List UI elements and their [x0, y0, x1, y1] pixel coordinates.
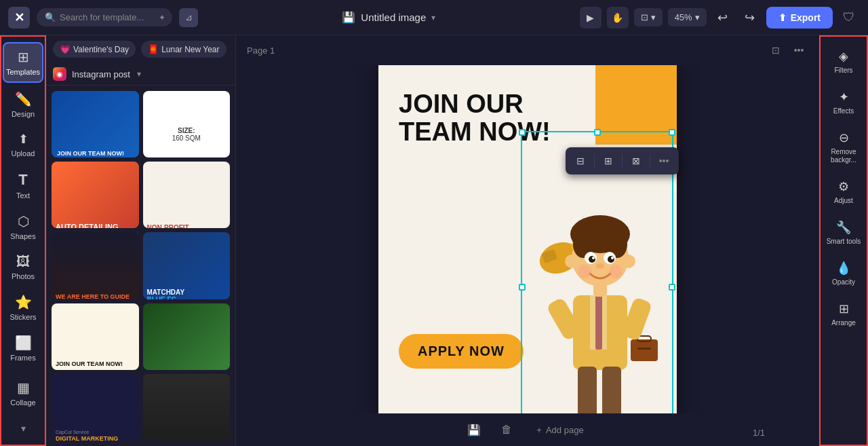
svg-point-27	[578, 265, 591, 278]
filter-icon-top[interactable]: ⊿	[179, 8, 198, 27]
magic-wand-icon: ✦	[159, 13, 165, 22]
ft-more-btn[interactable]: •••	[654, 151, 673, 170]
template-card-9[interactable]: CapCut Service DIGITAL MARKETING AGENCY …	[52, 374, 139, 441]
sidebar-item-frames[interactable]: ⬜ Frames	[3, 329, 43, 367]
sidebar-item-collage[interactable]: ▦ Collage	[3, 374, 43, 412]
canvas-more-btn[interactable]: •••	[789, 41, 808, 60]
template-card-8[interactable]: CAR SPORT GREEN 50%OFF	[143, 303, 231, 370]
svg-point-22	[589, 256, 595, 263]
topbar: ✕ 🔍 ✦ ⊿ 💾 Untitled image ▾ ▶ ✋ ⊡ ▾ 45% ▾…	[0, 0, 868, 35]
file-title[interactable]: Untitled image	[361, 12, 426, 23]
sidebar-item-templates[interactable]: ⊞ Templates	[3, 42, 43, 83]
ft-grid-btn[interactable]: ⊞	[599, 151, 618, 170]
sidebar-item-photos[interactable]: 🖼 Photos	[3, 248, 43, 286]
svg-point-24	[592, 257, 595, 259]
shield-icon[interactable]: 🛡	[838, 7, 860, 29]
effects-icon: ✦	[839, 90, 849, 105]
zoom-button[interactable]: 45% ▾	[668, 8, 707, 26]
add-page-icon: +	[536, 425, 542, 435]
sidebar-collapse-button[interactable]: ▾	[12, 417, 34, 439]
panel-header-title: Instagram post	[72, 69, 130, 79]
template-card-3[interactable]: AUTO DETAILING Book a shower BOOK NOW	[52, 162, 139, 228]
view-mode-button[interactable]: ⊡ ▾	[634, 8, 663, 26]
svg-rect-5	[590, 295, 607, 350]
svg-rect-1	[541, 249, 557, 263]
zoom-arrow: ▾	[695, 12, 700, 22]
svg-point-16	[572, 229, 629, 286]
filters-icon: ◈	[839, 49, 848, 64]
svg-rect-14	[621, 297, 653, 341]
svg-rect-3	[573, 295, 627, 370]
play-button[interactable]: ▶	[580, 7, 601, 29]
right-sidebar: ◈ Filters ✦ Effects ⊖ Remove backgr... ⚙…	[819, 35, 868, 446]
panel-header-arrow[interactable]: ▾	[137, 69, 141, 79]
canvas-wrapper[interactable]: JOIN OUR TEAM NOW! APPLY NOW ↻	[236, 65, 819, 413]
floating-toolbar: ⊟ ⊞ ⊠ •••	[566, 147, 679, 174]
svg-point-28	[609, 265, 623, 278]
save-icon[interactable]: 💾	[342, 11, 355, 24]
template-card-7[interactable]: JOIN OUR TEAM NOW! • LEGAL • FINANCE • L…	[52, 303, 139, 370]
rs-filters[interactable]: ◈ Filters	[822, 42, 865, 81]
opacity-icon: 💧	[836, 261, 851, 276]
canvas-title-text[interactable]: JOIN OUR TEAM NOW!	[399, 90, 551, 147]
search-input[interactable]	[60, 12, 155, 22]
ft-divider-3	[650, 154, 650, 168]
canvas-artboard[interactable]: JOIN OUR TEAM NOW! APPLY NOW ↻	[378, 65, 677, 413]
sidebar-item-stickers[interactable]: ⭐ Stickers	[3, 289, 43, 327]
apply-now-button[interactable]: APPLY NOW	[399, 334, 524, 369]
canvas-area: Page 1 ⊡ ••• JOIN OUR TEAM NOW! APPLY NO…	[236, 35, 819, 446]
page-label: Page 1	[247, 45, 275, 56]
design-icon: ✏️	[15, 91, 32, 107]
sidebar-item-shapes[interactable]: ⬡ Shapes	[3, 208, 43, 246]
rs-smart-tools[interactable]: 🔧 Smart tools	[822, 213, 865, 253]
add-page-button[interactable]: + Add page	[528, 421, 591, 439]
canvas-delete-btn[interactable]: 🗑	[496, 419, 517, 441]
template-card-6[interactable]: MATCHDAY BLUE FC vs GREEN FC	[143, 232, 231, 299]
sidebar-item-upload[interactable]: ⬆ Upload	[3, 126, 43, 163]
smart-tools-icon: 🔧	[836, 220, 851, 235]
templates-icon: ⊞	[18, 49, 29, 65]
title-dropdown-arrow[interactable]: ▾	[431, 13, 435, 22]
template-card-5[interactable]: WE ARE HERE TO GUIDE YOU START TRAINING …	[52, 232, 139, 299]
template-card-4[interactable]: NON-PROFIT ORGANIZATION Supporting commu…	[143, 162, 231, 228]
tag-lunar[interactable]: 🧧 Lunar New Year	[141, 41, 226, 58]
rs-effects[interactable]: ✦ Effects	[822, 83, 865, 122]
template-card-2[interactable]: SIZE: 160 SQM	[143, 91, 231, 157]
undo-button[interactable]: ↩	[712, 7, 734, 29]
sidebar-item-design[interactable]: ✏️ Design	[3, 86, 43, 124]
redo-button[interactable]: ↪	[739, 7, 761, 29]
tag-valentine[interactable]: 💗 Valentine's Day	[53, 41, 136, 58]
export-button[interactable]: ⬆ Export	[766, 7, 833, 29]
lunar-emoji: 🧧	[148, 44, 159, 54]
svg-rect-6	[578, 367, 597, 414]
svg-point-23	[608, 256, 614, 263]
handle-mr[interactable]	[669, 284, 675, 291]
sidebar-item-text[interactable]: T Text	[3, 166, 43, 205]
svg-point-0	[535, 237, 583, 279]
rs-opacity[interactable]: 💧 Opacity	[822, 254, 865, 293]
template-card-1[interactable]: JOIN OUR TEAM NOW! • LEGAL • FINANCE • H…	[52, 91, 139, 157]
svg-rect-10	[631, 339, 658, 361]
rs-remove-bg[interactable]: ⊖ Remove backgr...	[822, 124, 865, 171]
topbar-actions: ▶ ✋ ⊡ ▾ 45% ▾ ↩ ↪ ⬆ Export 🛡	[580, 7, 860, 29]
canvas-save-btn[interactable]: 💾	[463, 419, 485, 441]
tag-chips-row: 💗 Valentine's Day 🧧 Lunar New Year	[46, 35, 235, 63]
templates-panel: 💗 Valentine's Day 🧧 Lunar New Year ◉ Ins…	[46, 35, 236, 446]
orange-rectangle[interactable]	[595, 65, 677, 145]
hand-tool-button[interactable]: ✋	[607, 7, 629, 29]
rs-arrange[interactable]: ⊞ Arrange	[822, 295, 865, 334]
main-layout: ⊞ Templates ✏️ Design ⬆ Upload T Text ⬡ …	[0, 35, 868, 446]
selection-box: ↻ ⊟ ⊞ ⊠ •••	[521, 131, 673, 414]
rs-adjust[interactable]: ⚙ Adjust	[822, 172, 865, 212]
svg-rect-15	[593, 275, 607, 297]
expand-canvas-btn[interactable]: ⊡	[766, 41, 785, 60]
remove-bg-icon: ⊖	[839, 130, 849, 145]
logo-button[interactable]: ✕	[8, 7, 30, 29]
template-card-10[interactable]: ALTER NOISE alter sound	[143, 374, 231, 441]
handle-ml[interactable]	[519, 284, 526, 291]
ft-crop-btn[interactable]: ⊟	[571, 151, 590, 170]
svg-point-29	[565, 255, 578, 268]
ft-flip-btn[interactable]: ⊠	[627, 151, 646, 170]
valentine-emoji: 💗	[60, 44, 71, 54]
svg-rect-13	[546, 297, 583, 341]
